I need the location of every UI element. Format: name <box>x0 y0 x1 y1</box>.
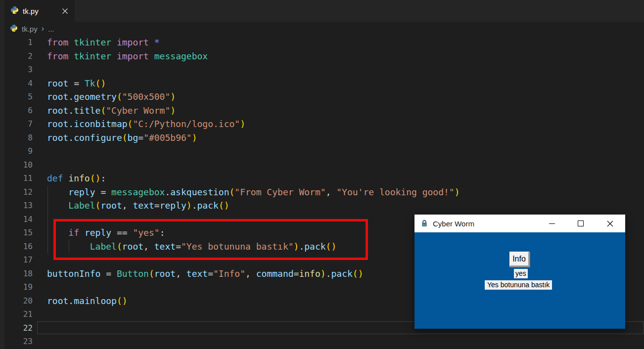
code-token: "Cyber Worm" <box>106 105 170 116</box>
reply-label: yes <box>514 269 528 278</box>
code-line-content: def info(): <box>33 173 106 183</box>
code-token <box>68 51 74 61</box>
code-token: . <box>68 119 74 129</box>
info-button[interactable]: Info <box>509 252 530 267</box>
code-token: * <box>154 37 160 47</box>
line-number: 8 <box>0 133 33 142</box>
code-token: import <box>117 37 149 47</box>
tk-window-title: Cyber Worm <box>433 219 474 228</box>
annotation-box <box>53 219 368 260</box>
code-token: = <box>68 78 85 88</box>
code-token: root <box>154 268 176 279</box>
code-token: ( <box>128 119 133 129</box>
code-token: from <box>47 51 68 61</box>
line-number: 9 <box>0 146 33 156</box>
code-line[interactable]: 8root.configure(bg="#005b96") <box>0 131 644 145</box>
code-line-content: root.configure(bg="#005b96") <box>33 132 197 143</box>
code-token: text <box>133 200 154 211</box>
code-token: import <box>117 51 149 61</box>
code-token: Button <box>117 268 149 279</box>
code-token: messagebox <box>111 187 165 197</box>
code-token: = <box>95 187 112 197</box>
code-token: "#005b96" <box>143 132 192 143</box>
code-token: bg <box>128 132 138 143</box>
code-token: root <box>47 91 68 102</box>
line-number: 19 <box>0 282 33 292</box>
code-token: , <box>176 268 186 279</box>
code-token: text <box>186 268 208 279</box>
code-token: , <box>122 200 133 211</box>
code-line[interactable]: 23 <box>0 335 644 349</box>
code-token: ( <box>117 91 122 102</box>
code-token: pack <box>331 268 352 279</box>
line-number: 3 <box>0 65 33 74</box>
code-token: ( <box>230 187 235 197</box>
indent-guide <box>47 185 48 254</box>
close-icon[interactable] <box>60 6 70 16</box>
code-token: from <box>47 37 68 47</box>
code-token: ( <box>100 105 106 116</box>
code-line[interactable]: 10 <box>0 158 644 172</box>
maximize-button[interactable] <box>569 215 592 232</box>
code-token <box>111 51 117 61</box>
tk-client-area: Info yes Yes botununa bastık <box>414 232 625 329</box>
code-line-content: from tkinter import messagebox <box>33 51 208 61</box>
code-line[interactable]: 2from tkinter import messagebox <box>0 49 644 63</box>
code-token: root <box>47 296 68 306</box>
code-token: info <box>68 173 90 183</box>
code-line[interactable]: 4root = Tk() <box>0 77 644 90</box>
chevron-right-icon: › <box>42 24 44 33</box>
code-line[interactable]: 9 <box>0 144 644 158</box>
code-line[interactable]: 13 Label(root, text=reply).pack() <box>0 199 644 213</box>
tkinter-window: Cyber Worm Info yes Yes botununa bastık <box>414 215 625 329</box>
code-line-content: root.title("Cyber Worm") <box>33 105 176 116</box>
vscode-window: tk.py tk.py › ... 1from tkinter import *… <box>0 0 644 349</box>
code-token: ) <box>321 268 326 279</box>
minimize-button[interactable] <box>541 215 563 232</box>
code-line[interactable]: 5root.geometry("500x500") <box>0 90 644 104</box>
code-token: = <box>208 268 213 279</box>
code-token: = <box>100 268 117 279</box>
code-token: reply <box>160 200 186 211</box>
line-number: 18 <box>0 269 33 278</box>
code-token <box>111 37 117 47</box>
code-token: : <box>100 173 106 183</box>
tab-tkpy[interactable]: tk.py <box>4 0 75 22</box>
code-token <box>68 37 74 47</box>
code-line[interactable]: 6root.title("Cyber Worm") <box>0 104 644 118</box>
code-token <box>63 173 69 183</box>
line-number: 17 <box>0 255 33 264</box>
close-button[interactable] <box>598 215 621 232</box>
breadcrumb[interactable]: tk.py › ... <box>10 22 54 36</box>
code-token: reply <box>68 187 95 197</box>
line-number: 21 <box>0 309 33 319</box>
line-number: 2 <box>0 51 33 61</box>
code-line[interactable]: 7root.iconbitmap("C:/Python/logo.ico") <box>0 117 644 131</box>
code-token: iconbitmap <box>74 119 127 129</box>
code-token: buttonInfo <box>47 268 100 279</box>
code-token: . <box>68 296 74 306</box>
breadcrumb-more[interactable]: ... <box>48 25 54 33</box>
code-line[interactable]: 1from tkinter import * <box>0 36 644 49</box>
code-token: pack <box>197 200 219 211</box>
code-line[interactable]: 11def info(): <box>0 172 644 185</box>
breadcrumb-file[interactable]: tk.py <box>22 25 38 33</box>
minimize-icon <box>549 223 555 224</box>
code-token: () <box>117 296 128 306</box>
line-number: 23 <box>0 337 33 346</box>
code-line-content: Label(root, text=reply).pack() <box>33 200 230 211</box>
line-number: 16 <box>0 242 33 251</box>
code-line[interactable]: 12 reply = messagebox.askquestion("From … <box>0 185 644 199</box>
code-token: () <box>219 200 230 211</box>
code-token: "From Cyber Worm" <box>234 187 325 197</box>
code-token: ) <box>192 132 197 143</box>
code-token: () <box>95 78 106 88</box>
code-token: def <box>47 173 63 183</box>
python-icon <box>10 6 19 16</box>
code-token: command <box>256 268 294 279</box>
code-line[interactable]: 3 <box>0 63 644 77</box>
code-token: ( <box>149 268 154 279</box>
tk-titlebar[interactable]: Cyber Worm <box>414 215 625 232</box>
code-token: configure <box>74 132 122 143</box>
python-icon <box>10 24 18 34</box>
